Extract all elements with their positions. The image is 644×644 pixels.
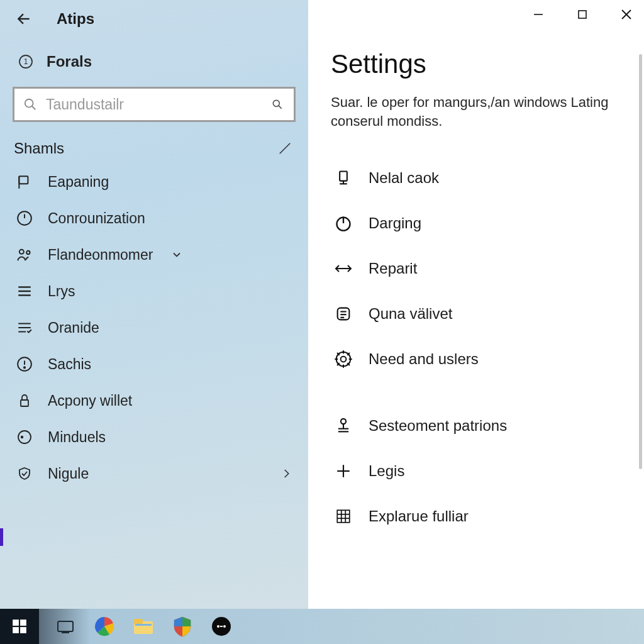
sidebar-item-minduels[interactable]: Minduels — [0, 419, 308, 455]
settings-item-legis[interactable]: Legis — [331, 448, 625, 494]
svg-point-12 — [19, 250, 24, 254]
sidebar-item-label: Sachis — [48, 356, 91, 373]
sidebar-item-forals[interactable]: 1 Forals — [0, 39, 308, 82]
lock-icon — [15, 391, 34, 410]
search-box[interactable] — [13, 87, 296, 122]
forals-label: Forals — [47, 53, 92, 70]
settings-item-darging[interactable]: Darging — [331, 201, 625, 246]
svg-rect-69 — [135, 624, 152, 626]
svg-rect-23 — [21, 400, 28, 406]
settings-item-label: Sesteoment patrions — [369, 417, 507, 435]
search-input[interactable] — [40, 96, 271, 113]
settings-item-nelal-caok[interactable]: Nelal caok — [331, 155, 625, 201]
note-icon — [333, 304, 353, 324]
svg-rect-62 — [20, 619, 26, 626]
svg-point-13 — [26, 251, 30, 254]
settings-item-label: Need and uslers — [369, 350, 479, 368]
window-controls — [526, 4, 639, 25]
sidebar-item-label: Minduels — [48, 429, 106, 446]
minimize-icon — [533, 9, 544, 20]
chevron-down-icon — [170, 248, 183, 261]
settings-item-label: Reparit — [369, 260, 417, 277]
svg-rect-8 — [19, 176, 28, 184]
svg-rect-64 — [20, 627, 26, 633]
sidebar-item-nigule[interactable]: Nigule — [0, 455, 308, 492]
taskbar-app-explorer[interactable] — [131, 614, 156, 639]
taskbar-app-pie[interactable] — [92, 614, 117, 639]
settings-item-sesteoment-patrions[interactable]: Sesteoment patrions — [331, 403, 625, 448]
minimize-button[interactable] — [526, 4, 551, 25]
content-pane: Settings Suar. le oper for mangurs,/an w… — [308, 0, 644, 609]
sidebar-section-header: Shamls — [0, 136, 308, 164]
sidebar-item-acpony-willet[interactable]: Acpony willet — [0, 382, 308, 419]
search-submit-icon[interactable] — [271, 98, 285, 111]
svg-rect-30 — [340, 172, 347, 181]
taskbar-app-shield[interactable] — [170, 614, 195, 639]
app-title: Atips — [57, 10, 94, 28]
page-title: Settings — [331, 49, 625, 79]
person-icon — [333, 416, 353, 436]
sidebar-item-eapaning[interactable]: Eapaning — [0, 164, 308, 200]
svg-point-40 — [341, 357, 347, 362]
monitor-icon — [333, 168, 353, 188]
settings-item-explarue-fulliar[interactable]: Explarue fulliar — [331, 494, 625, 539]
taskbar — [0, 609, 644, 644]
sidebar-item-label: Oranide — [48, 319, 99, 336]
taskbar-taskview[interactable] — [53, 614, 78, 639]
shield-check-icon — [15, 464, 34, 483]
sidebar-header: Atips — [0, 4, 308, 39]
svg-text:1: 1 — [24, 57, 28, 66]
settings-item-need-and-uslers[interactable]: Need and uslers — [331, 336, 625, 382]
svg-rect-63 — [13, 627, 19, 633]
taskbar-app-dark[interactable] — [209, 614, 234, 639]
sidebar-item-sachis[interactable]: Sachis — [0, 346, 308, 382]
folder-icon — [133, 618, 154, 635]
search-icon — [23, 97, 40, 111]
taskview-icon — [56, 618, 75, 635]
clock-icon — [15, 209, 34, 228]
arrows-horizontal-icon — [333, 258, 353, 279]
start-button[interactable] — [0, 609, 39, 644]
circle-dot-icon — [15, 428, 34, 447]
people-icon — [15, 245, 34, 264]
maximize-button[interactable] — [570, 4, 595, 25]
settings-item-quna-valivet[interactable]: Quna välivet — [331, 291, 625, 336]
sidebar-item-conrounization[interactable]: Conrounization — [0, 200, 308, 236]
close-icon — [620, 8, 633, 21]
settings-item-label: Legis — [369, 462, 404, 480]
close-button[interactable] — [614, 4, 639, 25]
svg-line-4 — [32, 106, 36, 110]
sidebar: Atips 1 Forals — [0, 0, 308, 609]
sidebar-item-flandeonmomer[interactable]: Flandeonmomer — [0, 236, 308, 273]
sidebar-item-oranide[interactable]: Oranide — [0, 309, 308, 346]
settings-item-label: Nelal caok — [369, 169, 439, 187]
hamburger-icon — [15, 282, 34, 301]
sidebar-item-label: Lrys — [48, 283, 75, 300]
svg-point-24 — [18, 431, 31, 443]
svg-point-72 — [223, 625, 226, 628]
svg-rect-65 — [58, 621, 73, 631]
settings-item-reparit[interactable]: Reparit — [331, 246, 625, 291]
sidebar-item-lrys[interactable]: Lrys — [0, 273, 308, 309]
page-subtitle: Suar. le oper for mangurs,/an windows La… — [331, 93, 620, 130]
svg-line-7 — [280, 143, 291, 154]
settings-item-label: Quna välivet — [369, 305, 452, 323]
chevron-right-icon — [280, 465, 296, 482]
flag-icon — [15, 172, 34, 191]
sidebar-item-label: Flandeonmomer — [48, 247, 153, 264]
windows-logo-icon — [11, 618, 28, 635]
sidebar-item-label: Nigule — [48, 465, 89, 482]
svg-rect-27 — [579, 11, 586, 18]
svg-point-71 — [217, 625, 219, 628]
svg-rect-73 — [220, 626, 223, 627]
svg-rect-61 — [13, 619, 19, 626]
edit-icon[interactable] — [278, 142, 292, 155]
svg-rect-68 — [134, 619, 143, 624]
gear-icon — [333, 349, 353, 369]
sidebar-nav-list: Eapaning Conrounization — [0, 164, 308, 492]
back-button[interactable] — [13, 8, 35, 30]
svg-point-5 — [273, 100, 279, 106]
scrollbar[interactable] — [639, 54, 642, 469]
alert-circle-icon — [15, 355, 34, 374]
svg-point-22 — [24, 367, 25, 368]
